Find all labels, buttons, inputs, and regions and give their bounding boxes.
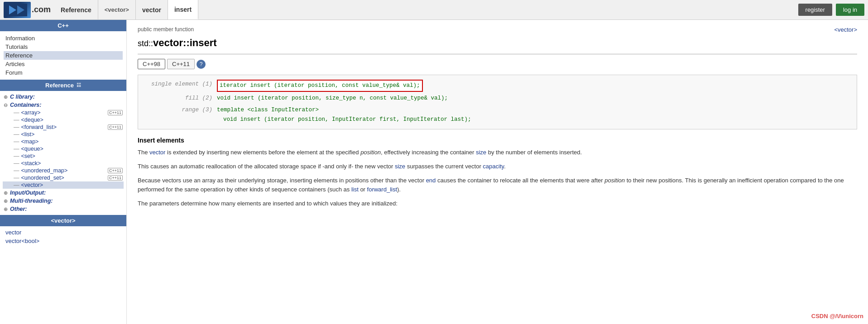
list-label: <list> xyxy=(21,131,35,138)
section-insert-title: Insert elements xyxy=(138,136,857,145)
reference-header-label: Reference xyxy=(45,82,74,89)
tab-cpp11[interactable]: C++11 xyxy=(167,59,195,69)
help-button[interactable]: ? xyxy=(197,60,206,69)
sidebar-item-forum[interactable]: Forum xyxy=(4,68,123,77)
code-sig-fill: void insert (iterator position, size_typ… xyxy=(217,94,448,103)
para1-size-link[interactable]: size xyxy=(476,149,486,156)
para3-list-link[interactable]: list xyxy=(351,186,359,193)
ref-sub-vector[interactable]: — <vector> xyxy=(3,181,124,189)
ref-item-io[interactable]: ⊕ Input/Output: xyxy=(3,189,124,197)
tab-reference[interactable]: Reference xyxy=(54,0,98,19)
para2-size-link[interactable]: size xyxy=(395,163,405,170)
reference-header-icon[interactable]: ☷ xyxy=(77,82,81,88)
title-class: vector xyxy=(153,37,183,48)
page-meta: public member function xyxy=(138,25,857,33)
ref-item-other[interactable]: ⊕ Other: xyxy=(3,205,124,213)
para1-end: by the number of elements inserted. xyxy=(486,149,582,156)
array-badge: C++11 xyxy=(108,110,123,115)
ref-sub-list[interactable]: — <list> xyxy=(3,131,124,138)
array-label: <array> xyxy=(21,110,41,116)
ref-sub-unordered-map[interactable]: — <unordered_map> C++11 xyxy=(3,167,124,174)
para4-text: The parameters determine how many elemen… xyxy=(138,200,398,207)
io-label: Input/Output: xyxy=(10,190,46,196)
expand-containers-icon: ⊖ xyxy=(4,102,10,108)
para3-start: Because vectors use an array as their un… xyxy=(138,177,426,184)
code-label-range: range (3) xyxy=(144,105,217,115)
code-sig-single-text: iterator insert (iterator position, cons… xyxy=(220,82,420,89)
para3-or: or xyxy=(359,186,367,193)
code-label-fill: fill (2) xyxy=(144,94,217,103)
expand-threading-icon: ⊕ xyxy=(4,198,10,204)
vector-nav-vector[interactable]: vector xyxy=(4,228,123,237)
ref-item-clibrary[interactable]: ⊕ C library: xyxy=(3,93,124,101)
clibrary-label: C library: xyxy=(10,94,35,100)
para-1: The vector is extended by inserting new … xyxy=(138,148,857,157)
login-button[interactable]: log in xyxy=(836,4,864,16)
forward-list-label: <forward_list> xyxy=(21,124,57,130)
tab-vector-bracket[interactable]: <vector> xyxy=(98,0,136,19)
map-label: <map> xyxy=(21,138,39,145)
threading-label: Multi-threading: xyxy=(10,198,53,204)
tab-cpp98[interactable]: C++98 xyxy=(138,59,165,69)
code-row-fill: fill (2) void insert (iterator position,… xyxy=(144,94,850,103)
code-template-line: template <class InputIterator> xyxy=(217,107,319,113)
logo-box xyxy=(4,2,31,18)
code-label-single: single element (1) xyxy=(144,80,217,89)
unordered-set-label: <unordered_set> xyxy=(21,175,64,181)
para3-end-link[interactable]: end xyxy=(426,177,436,184)
para3-forward-list-link[interactable]: forward_list xyxy=(367,186,397,193)
para1-vector-link[interactable]: vector xyxy=(149,149,165,156)
ref-sub-set[interactable]: — <set> xyxy=(3,152,124,160)
ref-sub-forward-list[interactable]: — <forward_list> C++11 xyxy=(3,124,124,131)
logo-area: .com xyxy=(4,2,51,18)
sidebar-item-articles[interactable]: Articles xyxy=(4,60,123,68)
layout: C++ Information Tutorials Reference Arti… xyxy=(0,20,868,324)
queue-label: <queue> xyxy=(21,146,43,152)
tab-vector[interactable]: vector xyxy=(136,0,168,19)
para3-end: ). xyxy=(397,186,401,193)
title-method: ::insert xyxy=(183,37,217,48)
vector-section-header: <vector> xyxy=(0,215,126,226)
expand-clibrary-icon: ⊕ xyxy=(4,94,10,100)
other-label: Other: xyxy=(10,206,27,212)
sidebar-item-reference[interactable]: Reference xyxy=(4,51,123,60)
para3-rest: causes the container to relocate all the… xyxy=(436,177,604,184)
code-row-single: single element (1) iterator insert (iter… xyxy=(144,80,850,92)
vector-top-link[interactable]: <vector> xyxy=(834,25,857,34)
vector-nav-vector-bool[interactable]: vector<bool> xyxy=(4,237,123,245)
ref-sub-array[interactable]: — <array> C++11 xyxy=(3,109,124,116)
page-title: std::vector::insert xyxy=(138,35,857,50)
ref-tree: ⊕ C library: ⊖ Containers: — <array> C++… xyxy=(0,91,126,215)
para1-position: position xyxy=(360,149,381,156)
ref-sub-stack[interactable]: — <stack> xyxy=(3,160,124,167)
para2-end: . xyxy=(504,163,506,170)
ref-sub-deque[interactable]: — <deque> xyxy=(3,116,124,124)
title-divider xyxy=(138,54,857,54)
para-3: Because vectors use an array as their un… xyxy=(138,176,857,195)
vector-label: <vector> xyxy=(21,182,43,188)
ref-sub-map[interactable]: — <map> xyxy=(3,138,124,145)
unordered-map-badge: C++11 xyxy=(108,168,123,173)
para-2: This causes an automatic reallocation of… xyxy=(138,162,857,172)
deque-label: <deque> xyxy=(21,117,43,123)
unordered-set-badge: C++11 xyxy=(108,175,123,181)
ref-item-containers[interactable]: ⊖ Containers: xyxy=(3,101,124,109)
ref-item-threading[interactable]: ⊕ Multi-threading: xyxy=(3,197,124,205)
para1-before: The xyxy=(138,149,149,156)
para1-after: is extended by inserting new elements be… xyxy=(165,149,360,156)
tab-insert[interactable]: insert xyxy=(168,0,198,19)
para2-capacity-link[interactable]: capacity xyxy=(483,163,504,170)
expand-other-icon: ⊕ xyxy=(4,206,10,212)
para3-position: position xyxy=(604,177,625,184)
sidebar-item-tutorials[interactable]: Tutorials xyxy=(4,43,123,51)
com-text: .com xyxy=(32,5,51,14)
unordered-map-label: <unordered_map> xyxy=(21,167,68,174)
reference-section-header: Reference ☷ xyxy=(0,80,126,91)
para-4: The parameters determine how many elemen… xyxy=(138,199,857,209)
sidebar-item-information[interactable]: Information xyxy=(4,34,123,43)
ref-sub-unordered-set[interactable]: — <unordered_set> C++11 xyxy=(3,174,124,181)
register-button[interactable]: register xyxy=(798,4,832,16)
ref-sub-queue[interactable]: — <queue> xyxy=(3,145,124,152)
code-row-range: range (3) template <class InputIterator>… xyxy=(144,105,850,125)
expand-io-icon: ⊕ xyxy=(4,190,10,196)
